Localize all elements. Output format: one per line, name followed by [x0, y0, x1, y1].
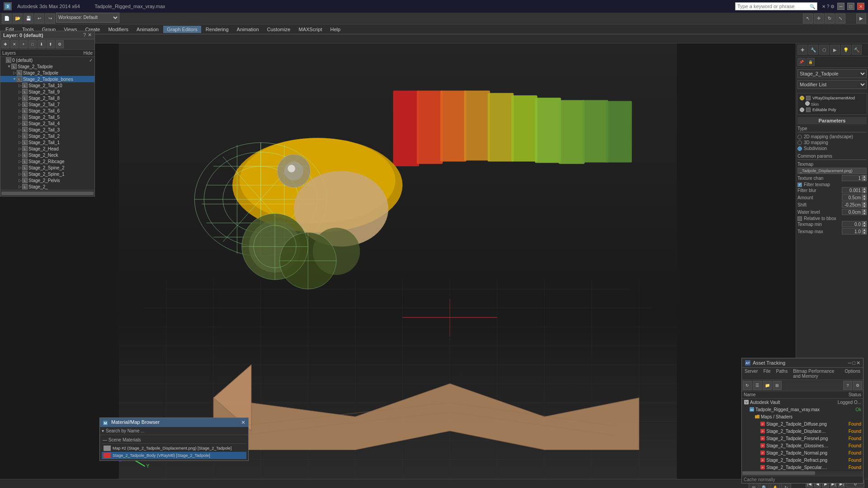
modifier-vray-displacement[interactable]: VRayDisplacementMod	[799, 95, 865, 101]
search-input[interactable]	[737, 4, 810, 9]
at-item-image[interactable]: P Stage_2_Tadpole_Specular.png Found	[742, 464, 863, 471]
new-btn[interactable]: 📄	[2, 14, 12, 23]
shift-input[interactable]	[842, 202, 862, 208]
layer-expand-icon[interactable]: ▼	[7, 64, 11, 69]
layer-item[interactable]: ▷LStage_2_Tail_5	[0, 114, 94, 120]
menu-graph-editors[interactable]: Graph Editors	[163, 26, 201, 33]
filter-blur-down[interactable]: ▼	[862, 190, 867, 193]
utilities-panel-tab[interactable]: 🔨	[852, 45, 862, 55]
at-item-maps-folder[interactable]: Maps / Shaders	[742, 413, 863, 420]
at-item-image[interactable]: P Stage_2_Tadpole_Diffuse.png Found	[742, 420, 863, 427]
layer-item[interactable]: ▷LStage_2_Tail_7	[0, 101, 94, 108]
workspace-select[interactable]: Workspace: Default	[56, 13, 119, 23]
move-btn[interactable]: ✛	[814, 14, 824, 23]
redo-btn[interactable]: ↪	[45, 14, 55, 23]
layer-item[interactable]: ▷LStage_2_Head	[0, 145, 94, 152]
mb-item-displacement[interactable]: Map #2 (Stage_2_Tadpole_Displacement.png…	[102, 445, 246, 452]
modifier-list-select[interactable]: Modifier List	[797, 80, 867, 89]
texture-chan-input[interactable]	[842, 175, 862, 181]
layer-expand-icon[interactable]: ▷	[12, 70, 17, 75]
layer-expand-icon[interactable]: ▷	[18, 178, 22, 183]
texmap-min-spinner[interactable]: ▲ ▼	[842, 221, 867, 227]
at-item-image[interactable]: P Stage_2_Tadpole_Fresnel.png Found	[742, 435, 863, 442]
at-menu-options[interactable]: Options	[842, 368, 863, 380]
layer-item[interactable]: ▷LStage_2_	[0, 183, 94, 190]
layer-item[interactable]: ▷LStage_2_Tail_6	[0, 108, 94, 114]
layer-sort-btn[interactable]: ⬆	[47, 40, 55, 48]
scale-btn[interactable]: ⤡	[835, 14, 845, 23]
layer-expand-icon[interactable]: ▷	[18, 184, 22, 189]
filter-blur-up[interactable]: ▲	[862, 187, 867, 190]
display-panel-tab[interactable]: 💡	[841, 45, 851, 55]
at-item-image[interactable]: P Stage_2_Tadpole_Glossiness.png Found	[742, 442, 863, 449]
modifier-checkbox-poly[interactable]	[806, 108, 811, 112]
shift-down[interactable]: ▼	[862, 205, 867, 208]
layer-add-sel-btn[interactable]: +	[19, 40, 28, 48]
lock-icon[interactable]: 🔒	[807, 58, 815, 66]
search-bar[interactable]: 🔍	[735, 2, 817, 10]
at-list-btn[interactable]: ☰	[753, 381, 762, 390]
at-hscroll-thumb[interactable]	[742, 471, 815, 475]
close-button[interactable]: ✕	[857, 3, 864, 10]
relative-bbox-checkbox[interactable]	[797, 216, 802, 221]
at-close-btn[interactable]: ✕	[856, 360, 860, 366]
pin-icon[interactable]: 📌	[797, 58, 806, 66]
modifier-editable-poly[interactable]: Editable Poly	[799, 107, 865, 113]
at-item-image[interactable]: P Stage_2_Tadpole_Refract.png Found	[742, 456, 863, 464]
stage-name-select[interactable]: Stage_2_Tadpole	[797, 69, 867, 78]
layer-item[interactable]: ▷LStage_2_Tail_4	[0, 120, 94, 127]
texmap-min-up[interactable]: ▲	[862, 221, 867, 224]
at-maximize-btn[interactable]: □	[852, 360, 855, 366]
filter-blur-spinner[interactable]: ▲ ▼	[842, 187, 867, 193]
layer-expand-icon[interactable]: ▷	[18, 108, 22, 113]
texture-chan-spinner[interactable]: ▲ ▼	[842, 175, 867, 181]
at-grid-btn[interactable]: ⊞	[773, 381, 782, 390]
layer-expand-icon[interactable]: ▷	[18, 153, 22, 157]
filter-texmap-checkbox[interactable]: ✓	[797, 183, 802, 187]
at-refresh-btn[interactable]: ↻	[743, 381, 752, 390]
modify-panel-tab[interactable]: 🔧	[808, 45, 818, 55]
layer-expand-icon[interactable]: ▷	[18, 89, 22, 94]
layer-expand-icon[interactable]: ▷	[18, 134, 22, 138]
water-level-down[interactable]: ▼	[862, 212, 867, 215]
mb-close-btn[interactable]: ✕	[241, 419, 245, 426]
radio-3d-mapping[interactable]: 3D mapping	[797, 140, 867, 145]
motion-panel-tab[interactable]: ▶	[830, 45, 840, 55]
filter-blur-input[interactable]	[842, 187, 862, 193]
open-btn[interactable]: 📂	[13, 14, 23, 23]
search-icon[interactable]: 🔍	[810, 4, 815, 9]
layer-delete-btn[interactable]: ✕	[10, 40, 19, 48]
layer-expand-icon[interactable]: ▷	[18, 165, 22, 170]
layer-merge-btn[interactable]: ⬇	[38, 40, 46, 48]
layer-expand-icon[interactable]: ▷	[18, 159, 22, 164]
layer-item[interactable]: ▷LStage_2_Tail_8	[0, 95, 94, 101]
water-level-up[interactable]: ▲	[862, 209, 867, 212]
render-btn[interactable]: ▶	[856, 14, 866, 23]
texture-chan-down[interactable]: ▼	[862, 178, 867, 181]
layer-item[interactable]: ▷LStage_2_Tail_9	[0, 89, 94, 95]
menu-maxscript[interactable]: MAXScript	[295, 26, 326, 33]
relative-bbox-row[interactable]: Relative to bbox	[797, 216, 867, 221]
hierarchy-panel-tab[interactable]: ⬡	[819, 45, 829, 55]
modifier-checkbox-vray[interactable]	[806, 96, 811, 100]
layer-expand-icon[interactable]: ▷	[18, 140, 22, 145]
layer-item[interactable]: ▷LStage_2_Spine_2	[0, 164, 94, 171]
radio-subdivision[interactable]: Subdivision	[797, 146, 867, 151]
layer-help-btn[interactable]: ?	[83, 32, 86, 38]
layer-expand-icon[interactable]: ▷	[18, 146, 22, 151]
layer-item[interactable]: ▷LStage_2_Tail_1	[0, 139, 94, 145]
layer-item[interactable]: ▷LStage_2_Ribcage	[0, 158, 94, 164]
shift-spinner[interactable]: ▲ ▼	[842, 202, 867, 208]
at-path-btn[interactable]: 📁	[763, 381, 772, 390]
amount-input[interactable]	[842, 194, 862, 201]
layer-item[interactable]: ▷LStage_2_Tadpole	[0, 70, 94, 76]
rotate-btn[interactable]: ↻	[825, 14, 835, 23]
at-menu-bitmap[interactable]: Bitmap Performance and Memory	[790, 368, 842, 380]
layer-expand-icon[interactable]: ▼	[12, 77, 17, 81]
shift-up[interactable]: ▲	[862, 202, 867, 205]
at-settings-btn[interactable]: ⚙	[853, 381, 862, 390]
create-panel-tab[interactable]: ✚	[797, 45, 807, 55]
layer-item[interactable]: L0 (default)✓	[0, 57, 94, 63]
minimize-button[interactable]: ─	[837, 3, 844, 10]
water-level-spinner[interactable]: ▲ ▼	[842, 209, 867, 215]
